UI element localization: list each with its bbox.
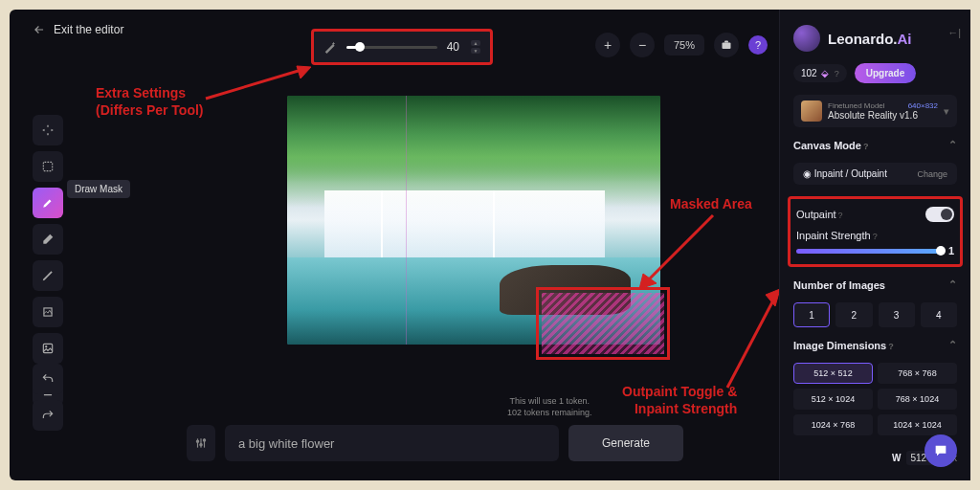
prompt-input[interactable]: a big white flower <box>225 425 559 461</box>
dimension-option[interactable]: 768 × 1024 <box>878 389 957 410</box>
tool-tooltip: Draw Mask <box>67 180 130 198</box>
select-tool[interactable] <box>33 151 63 182</box>
svg-point-15 <box>200 444 202 446</box>
token-info: This will use 1 token.102 tokens remaini… <box>507 395 592 419</box>
svg-marker-10 <box>766 289 780 306</box>
svg-line-5 <box>206 70 301 99</box>
strength-label: Inpaint Strength? <box>796 230 954 241</box>
dimension-option[interactable]: 1024 × 768 <box>793 414 873 435</box>
num-images-option[interactable]: 2 <box>835 302 872 327</box>
zoom-level[interactable]: 75% <box>664 34 704 56</box>
help-button[interactable]: ? <box>748 35 768 55</box>
chevron-up-icon[interactable]: ⌃ <box>948 139 957 151</box>
generate-button[interactable]: Generate <box>568 425 683 461</box>
chat-button[interactable] <box>924 434 957 467</box>
briefcase-icon <box>721 39 732 51</box>
wand-icon <box>323 40 337 54</box>
pan-tool[interactable] <box>33 115 63 145</box>
model-thumbnail <box>801 100 822 122</box>
left-toolbar <box>33 115 63 406</box>
undo-button[interactable] <box>33 364 63 394</box>
dimensions-label: Image Dimensions? <box>793 340 894 351</box>
fit-button[interactable] <box>714 33 739 57</box>
outpaint-strength-section: Outpaint? Inpaint Strength? 1 <box>788 196 963 267</box>
sliders-icon <box>194 436 208 450</box>
sketch-tool[interactable] <box>33 297 63 327</box>
svg-rect-3 <box>43 344 52 352</box>
draw-mask-tool[interactable] <box>33 188 63 218</box>
inpaint-strength-slider[interactable] <box>796 249 941 254</box>
dimension-option[interactable]: 768 × 768 <box>878 363 957 384</box>
svg-rect-0 <box>723 43 731 50</box>
svg-line-7 <box>646 215 713 282</box>
brand-avatar <box>793 25 820 52</box>
num-images-option[interactable]: 1 <box>793 302 830 327</box>
num-images-label: Number of Images <box>793 279 885 291</box>
svg-point-16 <box>203 439 205 441</box>
strength-value: 1 <box>948 245 954 256</box>
chat-icon <box>933 443 948 458</box>
brush-size-value: 40 <box>447 40 459 54</box>
arrow-left-icon <box>33 23 46 36</box>
dimension-option[interactable]: 1024 × 1024 <box>878 414 957 435</box>
outpaint-toggle[interactable] <box>925 207 954 222</box>
step-down-button[interactable]: ▼ <box>471 48 480 54</box>
chevron-down-icon: ▾ <box>944 105 949 118</box>
zoom-out-button[interactable]: − <box>630 33 655 57</box>
svg-point-14 <box>196 440 198 442</box>
svg-line-9 <box>727 297 775 388</box>
step-up-button[interactable]: ▲ <box>471 40 480 46</box>
image-tool[interactable] <box>33 333 63 364</box>
erase-tool[interactable] <box>33 224 63 255</box>
svg-point-4 <box>45 345 47 347</box>
extra-settings-panel: 40 ▲ ▼ <box>311 29 493 65</box>
dimension-option[interactable]: 512 × 512 <box>793 363 873 384</box>
sidebar-collapse-button[interactable]: ←| <box>947 27 961 38</box>
chevron-up-icon[interactable]: ⌃ <box>948 278 957 291</box>
canvas-mode-label: Canvas Mode? <box>793 140 868 151</box>
num-images-option[interactable]: 3 <box>879 302 915 327</box>
right-sidebar: ←| Leonardo.Ai 102⬙? Upgrade Finetuned M… <box>779 10 970 480</box>
mode-selector[interactable]: ◉ Inpaint / OutpaintChange <box>793 163 957 185</box>
svg-marker-6 <box>297 66 311 78</box>
exit-label: Exit the editor <box>54 23 123 36</box>
brand-name: Leonardo.Ai <box>828 31 912 47</box>
exit-editor-button[interactable]: Exit the editor <box>33 23 123 36</box>
zoom-in-button[interactable]: + <box>595 33 620 57</box>
num-images-option[interactable]: 4 <box>921 302 957 327</box>
masked-area-highlight <box>536 287 670 360</box>
annotation-extra: Extra Settings (Differs Per Tool) <box>96 84 204 119</box>
dimension-option[interactable]: 490 × 980 <box>793 389 873 410</box>
token-count-badge[interactable]: 102⬙? <box>793 64 847 82</box>
width-label: W <box>892 453 901 463</box>
outpaint-boundary <box>406 96 407 345</box>
pen-tool[interactable] <box>33 260 63 291</box>
prompt-settings-button[interactable] <box>187 425 215 461</box>
brush-size-slider[interactable] <box>346 46 437 49</box>
chevron-up-icon[interactable]: ⌃ <box>948 339 957 351</box>
redo-button[interactable] <box>33 400 63 431</box>
upgrade-button[interactable]: Upgrade <box>855 63 917 83</box>
model-selector[interactable]: Finetuned Model640×832 Absolute Reality … <box>793 95 957 127</box>
svg-rect-1 <box>43 162 52 170</box>
outpaint-label: Outpaint? <box>796 209 843 220</box>
